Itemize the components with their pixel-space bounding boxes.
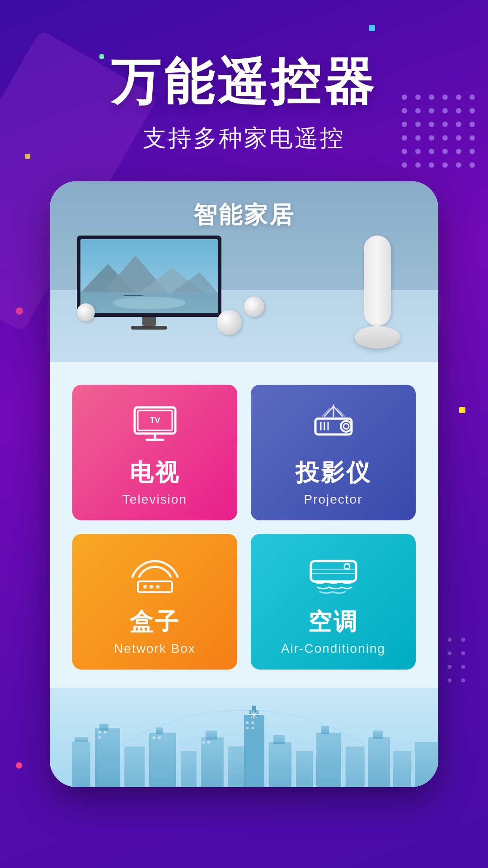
svg-rect-110 xyxy=(346,746,365,787)
svg-point-38 xyxy=(448,638,452,642)
tv-stand xyxy=(142,317,156,326)
tv-body xyxy=(77,236,221,317)
svg-point-43 xyxy=(461,651,465,656)
tv-icon: TV xyxy=(128,403,182,448)
svg-rect-116 xyxy=(104,731,107,733)
svg-point-77 xyxy=(143,585,147,589)
svg-point-66 xyxy=(341,421,352,432)
svg-rect-95 xyxy=(201,737,224,787)
network-box-name-en: Network Box xyxy=(81,642,228,656)
banner-fan-image xyxy=(352,236,402,349)
deco-sphere-3 xyxy=(244,297,264,317)
tv-screen xyxy=(80,239,218,313)
tv-base xyxy=(131,326,167,330)
smart-home-banner: 智能家居 xyxy=(50,181,438,362)
apps-grid: TV 电视 Television xyxy=(72,385,416,670)
city-skyline xyxy=(50,688,438,787)
phone-mockup: 智能家居 xyxy=(50,181,438,787)
svg-rect-87 xyxy=(72,742,90,787)
svg-point-79 xyxy=(156,585,160,589)
svg-rect-92 xyxy=(149,733,176,787)
svg-rect-120 xyxy=(202,741,205,744)
projector-name-cn: 投影仪 xyxy=(260,457,407,489)
svg-rect-90 xyxy=(99,724,108,731)
television-name-cn: 电视 xyxy=(81,457,228,489)
svg-rect-118 xyxy=(153,736,155,739)
accent-dot-pink-2 xyxy=(16,762,22,769)
svg-rect-108 xyxy=(316,733,341,787)
svg-rect-97 xyxy=(228,746,246,787)
television-card[interactable]: TV 电视 Television xyxy=(72,385,237,520)
network-box-card[interactable]: 盒子 Network Box xyxy=(72,534,237,670)
svg-point-83 xyxy=(344,564,350,569)
svg-point-58 xyxy=(113,297,186,309)
fan-tower xyxy=(364,236,391,326)
air-conditioning-card[interactable]: 空调 Air-Conditioning xyxy=(251,534,416,670)
city-buildings-svg xyxy=(50,688,438,787)
svg-rect-119 xyxy=(158,736,161,739)
television-name-en: Television xyxy=(81,492,228,507)
app-subtitle: 支持多种家电遥控 xyxy=(0,123,488,154)
ac-name-cn: 空调 xyxy=(260,606,407,638)
header: 万能遥控器 支持多种家电遥控 xyxy=(0,0,488,181)
svg-line-73 xyxy=(333,406,343,416)
svg-point-46 xyxy=(448,665,452,669)
svg-point-47 xyxy=(461,665,465,669)
svg-rect-88 xyxy=(75,737,88,742)
svg-line-71 xyxy=(324,406,333,416)
svg-point-50 xyxy=(448,679,452,683)
svg-rect-113 xyxy=(393,751,411,787)
svg-rect-117 xyxy=(99,736,101,739)
router-icon xyxy=(128,552,182,597)
svg-rect-76 xyxy=(138,581,172,592)
svg-rect-112 xyxy=(373,731,383,739)
svg-point-42 xyxy=(448,651,452,656)
svg-rect-105 xyxy=(269,742,291,787)
svg-rect-114 xyxy=(415,742,438,787)
svg-point-39 xyxy=(461,638,465,642)
network-box-name-cn: 盒子 xyxy=(81,606,228,638)
svg-rect-98 xyxy=(244,715,264,787)
ac-name-en: Air-Conditioning xyxy=(260,642,407,656)
svg-rect-94 xyxy=(181,751,197,787)
svg-text:TV: TV xyxy=(150,416,160,425)
svg-rect-121 xyxy=(207,741,210,744)
accent-dot-yellow-2 xyxy=(459,407,465,413)
svg-rect-93 xyxy=(156,727,163,734)
svg-rect-122 xyxy=(246,722,249,724)
banner-tv-image xyxy=(77,236,221,335)
svg-rect-107 xyxy=(296,751,313,787)
svg-point-78 xyxy=(150,585,153,589)
projector-icon xyxy=(306,403,361,448)
svg-rect-124 xyxy=(246,727,249,729)
deco-sphere-2 xyxy=(217,310,242,335)
deco-sphere-1 xyxy=(77,303,95,321)
apps-section: TV 电视 Television xyxy=(50,362,438,688)
projector-name-en: Projector xyxy=(260,492,407,507)
svg-point-67 xyxy=(343,424,349,429)
fan-base xyxy=(355,326,400,349)
svg-rect-106 xyxy=(273,735,285,744)
svg-rect-115 xyxy=(99,731,101,733)
ac-icon xyxy=(306,552,361,597)
svg-rect-91 xyxy=(124,746,145,787)
svg-rect-96 xyxy=(206,731,217,740)
svg-point-51 xyxy=(461,679,465,683)
banner-title: 智能家居 xyxy=(193,199,295,231)
svg-rect-109 xyxy=(321,726,329,734)
svg-rect-125 xyxy=(252,727,254,729)
svg-rect-123 xyxy=(252,722,254,724)
svg-rect-111 xyxy=(368,737,390,787)
app-title: 万能遥控器 xyxy=(0,54,488,109)
projector-card[interactable]: 投影仪 Projector xyxy=(251,385,416,520)
